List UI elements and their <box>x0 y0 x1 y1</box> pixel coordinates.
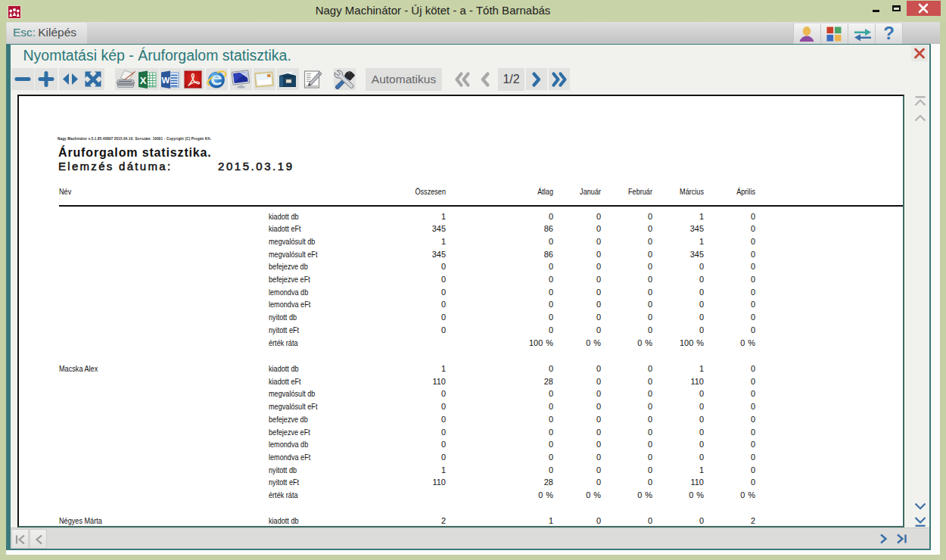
svg-text:X: X <box>140 75 147 86</box>
svg-text:W: W <box>162 76 170 85</box>
